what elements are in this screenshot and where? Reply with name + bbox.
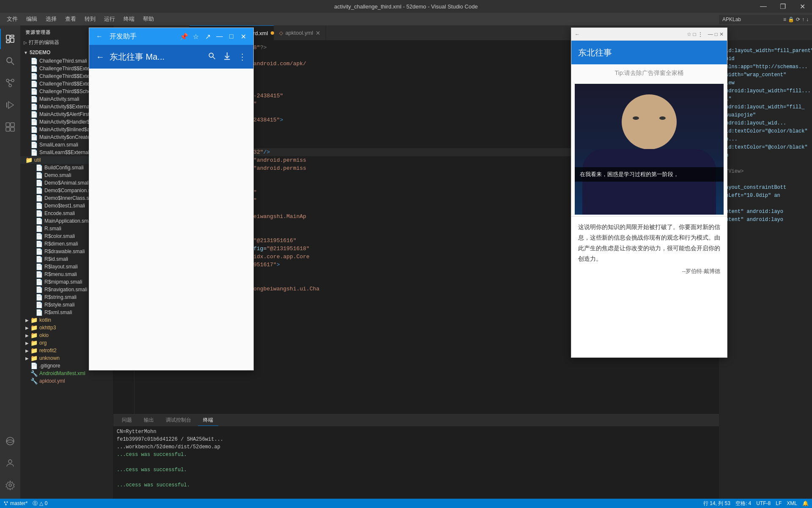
- status-bar: master* ⓪ △ 0 行 14, 列 53 空格: 4 UTF-8 LF …: [0, 499, 812, 508]
- org-folder-icon: 📁: [30, 340, 38, 346]
- close-tab-apktool[interactable]: ✕: [315, 30, 321, 36]
- tree-item-apktool[interactable]: 🔧 apktool.yml: [20, 377, 113, 385]
- git-branch-status[interactable]: master*: [3, 500, 27, 506]
- folder-icon: 📁: [25, 157, 33, 163]
- apk-close-btn[interactable]: ✕: [719, 31, 724, 37]
- file-icon: 📄: [36, 233, 43, 240]
- panel-content: CN=RytterMohn fe1b39997c01b6d41226 / SHA…: [113, 426, 719, 491]
- svg-point-22: [5, 504, 7, 505]
- dev-app-toolbar: ← 东北往事 Ma... ⋮: [89, 45, 253, 69]
- git-branch-label: master*: [10, 500, 27, 506]
- person-body: [582, 149, 716, 214]
- apk-tip-text: Tip:请去除广告弹窗全家桶: [571, 64, 727, 82]
- svg-point-21: [7, 502, 8, 503]
- dev-close-btn[interactable]: ✕: [238, 31, 248, 41]
- tab-apktool[interactable]: ◇ apktool.yml ✕: [274, 25, 326, 40]
- line-ending[interactable]: LF: [776, 500, 782, 507]
- panel-tab-problems[interactable]: 问题: [117, 415, 137, 426]
- titlebar: activity_challenge_third.xml - 52demo - …: [0, 0, 812, 13]
- explorer-activity-icon[interactable]: [0, 29, 20, 49]
- apk-zoom-btn[interactable]: □: [693, 31, 696, 37]
- source-control-activity-icon[interactable]: [0, 73, 20, 93]
- search-activity-icon[interactable]: [0, 51, 20, 71]
- menu-goto[interactable]: 转到: [81, 14, 99, 25]
- panel-tab-terminal[interactable]: 终端: [198, 415, 218, 426]
- panel-tab-debug[interactable]: 调试控制台: [161, 415, 196, 426]
- file-icon: 📄: [36, 271, 43, 278]
- cursor-position[interactable]: 行 14, 列 53: [703, 500, 730, 507]
- dev-pin-icon[interactable]: 📌: [179, 31, 189, 41]
- run-activity-icon[interactable]: [0, 95, 20, 115]
- tree-item-androidmanifest[interactable]: 🔧 AndroidManifest.xml: [20, 370, 113, 377]
- apk-body: Tip:请去除广告弹窗全家桶 在我看来，困惑是学习过程的第一阶段，: [571, 64, 727, 357]
- file-icon: 📄: [36, 248, 43, 255]
- dev-assistant-title: 开发助手: [110, 32, 137, 41]
- svg-point-18: [8, 460, 12, 463]
- account-activity-icon[interactable]: [0, 453, 20, 473]
- svg-line-10: [8, 82, 10, 84]
- maximize-button[interactable]: ❐: [773, 0, 793, 13]
- svg-point-7: [11, 79, 14, 82]
- notification-bell[interactable]: 🔔: [802, 500, 809, 507]
- dev-assistant-window: ← 开发助手 📌 ☆ ↗ — □ ✕ ← 东北往事 Ma...: [89, 28, 254, 370]
- apk-minimize-btn[interactable]: —: [708, 31, 713, 37]
- settings-activity-icon[interactable]: [0, 475, 20, 495]
- file-icon: 📄: [36, 172, 43, 179]
- apk-star-btn[interactable]: ☆: [687, 31, 691, 37]
- titlebar-controls: — ❐ ✕: [754, 0, 812, 13]
- encoding-label: UTF-8: [756, 500, 771, 506]
- language-mode[interactable]: XML: [787, 500, 797, 507]
- indent-size[interactable]: 空格: 4: [735, 500, 751, 507]
- menu-select[interactable]: 选择: [42, 14, 60, 25]
- apk-window-controls: ← ☆ □ ⋮ — □ ✕: [571, 28, 727, 41]
- app-back-icon[interactable]: ←: [96, 52, 104, 62]
- apk-nav-back[interactable]: ←: [575, 31, 580, 37]
- svg-rect-3: [6, 41, 10, 43]
- more-toolbar-icon[interactable]: ⋮: [238, 52, 247, 62]
- menu-help[interactable]: 帮助: [140, 14, 157, 25]
- apk-more-btn[interactable]: ⋮: [698, 31, 703, 37]
- quote-body-text: 这说明你的知识的局限开始被打破了。你要面对新的信息，这些新的信息会挑战你现有的观…: [578, 222, 720, 265]
- apk-window: ← ☆ □ ⋮ — □ ✕ 东北往事 Tip:请去除广告弹窗全家桶: [571, 28, 727, 358]
- menu-run[interactable]: 运行: [101, 14, 118, 25]
- panel-tab-output[interactable]: 输出: [139, 415, 159, 426]
- encoding[interactable]: UTF-8: [756, 500, 771, 507]
- svg-line-5: [11, 62, 14, 65]
- menu-edit[interactable]: 编辑: [23, 14, 41, 25]
- titlebar-title: activity_challenge_third.xml - 52demo - …: [334, 3, 477, 10]
- dev-maximize-btn[interactable]: □: [226, 31, 236, 41]
- dev-share-icon[interactable]: ↗: [203, 31, 213, 41]
- menu-terminal[interactable]: 终端: [120, 14, 138, 25]
- search-toolbar-icon[interactable]: [208, 52, 216, 62]
- dev-app-content[interactable]: [89, 69, 253, 370]
- file-icon: 📄: [36, 240, 43, 247]
- apk-person-image: 在我看来，困惑是学习过程的第一阶段，: [575, 84, 724, 215]
- menu-file[interactable]: 文件: [3, 14, 21, 25]
- svg-point-8: [9, 84, 11, 87]
- apk-app-toolbar: 东北往事: [571, 41, 727, 64]
- error-count[interactable]: ⓪ △ 0: [33, 500, 47, 507]
- dev-star-icon[interactable]: ☆: [191, 31, 201, 41]
- svg-point-4: [7, 58, 12, 63]
- right-panel: oid:layout_width="fill_parent" roid xmln…: [719, 25, 812, 499]
- file-icon: 📄: [36, 179, 43, 186]
- menu-view[interactable]: 查看: [62, 14, 80, 25]
- download-toolbar-icon[interactable]: [223, 52, 231, 62]
- extensions-activity-icon[interactable]: [0, 117, 20, 137]
- apk-maximize-btn[interactable]: □: [715, 31, 718, 37]
- panel-tabs: 问题 输出 调试控制台 终端: [113, 414, 719, 426]
- apk-image-area: 在我看来，困惑是学习过程的第一阶段，: [575, 84, 724, 215]
- file-icon: 📄: [30, 134, 38, 141]
- activity-bar: [0, 25, 20, 499]
- close-button[interactable]: ✕: [793, 0, 812, 13]
- file-icon: 📄: [30, 111, 38, 118]
- remote-activity-icon[interactable]: [0, 431, 20, 451]
- dev-minimize-btn[interactable]: —: [214, 31, 225, 41]
- file-icon: 📄: [36, 164, 43, 171]
- file-icon: 📄: [36, 263, 43, 270]
- yml-file-icon: ◇: [279, 30, 283, 36]
- file-icon: 📄: [30, 58, 38, 64]
- minimize-button[interactable]: —: [754, 0, 773, 13]
- svg-rect-16: [11, 127, 14, 131]
- dev-back-btn[interactable]: ←: [94, 31, 104, 41]
